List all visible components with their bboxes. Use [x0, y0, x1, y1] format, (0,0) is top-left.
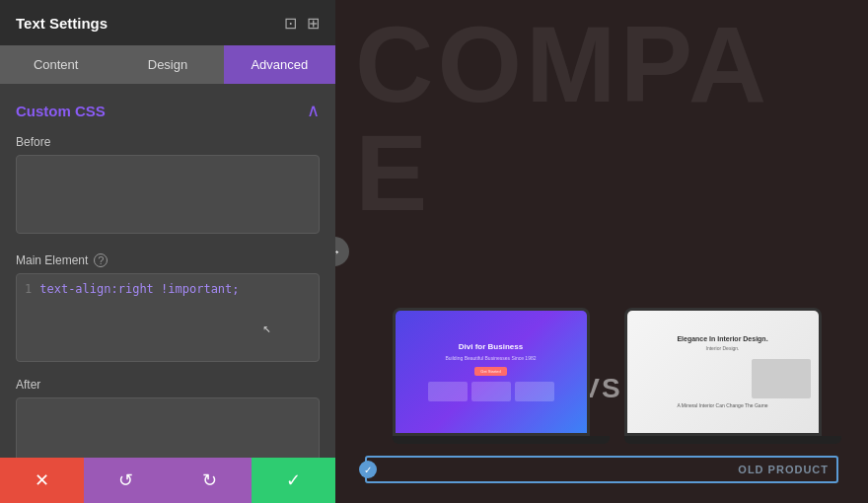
- css-section-title: Custom CSS: [16, 103, 106, 119]
- main-element-field-group: Main Element ? 1text-align:right !import…: [16, 253, 320, 362]
- before-field-group: Before: [16, 135, 320, 238]
- before-textarea[interactable]: [16, 155, 320, 234]
- old-product-label: OLD PRODUCT: [738, 464, 836, 475]
- after-textarea[interactable]: [16, 397, 320, 458]
- save-button[interactable]: ✓: [252, 458, 335, 503]
- line-number: 1: [25, 282, 32, 296]
- main-element-label: Main Element ?: [16, 253, 320, 267]
- help-icon[interactable]: ?: [94, 253, 108, 267]
- left-laptop-subtitle: Building Beautiful Businesses Since 1982: [445, 355, 536, 361]
- cursor-icon: ↖: [263, 320, 271, 335]
- tab-design[interactable]: Design: [111, 45, 223, 84]
- right-laptop-caption: A Mineral Interior Can Change The Game: [677, 402, 767, 408]
- laptops-area: Divi for Business Building Beautiful Bus…: [385, 308, 848, 444]
- css-section-heading: Custom CSS ∧: [16, 100, 320, 121]
- bottom-toolbar: ✕ ↺ ↻ ✓: [0, 458, 335, 503]
- right-screen-content: Elegance In Interior Design. Interior De…: [627, 311, 819, 433]
- left-screen-button: Get Started: [474, 367, 506, 376]
- bg-text-row2: E: [355, 118, 431, 227]
- panel-title: Text Settings: [16, 15, 108, 32]
- right-laptop: Elegance In Interior Design. Interior De…: [624, 308, 841, 444]
- feature-3: [515, 382, 554, 401]
- settings-panel: Text Settings ⊡ ⊞ Content Design Advance…: [0, 0, 335, 503]
- right-laptop-screen: Elegance In Interior Design. Interior De…: [624, 308, 822, 436]
- panel-body: Custom CSS ∧ Before Main Element ? 1text…: [0, 84, 335, 458]
- after-field-group: After: [16, 378, 320, 458]
- css-code: text-align:right !important;: [39, 282, 239, 296]
- left-laptop: Divi for Business Building Beautiful Bus…: [393, 308, 610, 444]
- before-label: Before: [16, 135, 320, 149]
- tab-content[interactable]: Content: [0, 45, 111, 84]
- left-screen-content: Divi for Business Building Beautiful Bus…: [396, 311, 587, 433]
- feature-2: [471, 382, 511, 401]
- feature-1: [428, 382, 468, 401]
- collapse-icon[interactable]: ∧: [307, 100, 320, 121]
- right-laptop-image: [752, 359, 811, 398]
- checkmark-icon: ✓: [359, 461, 377, 478]
- left-laptop-screen: Divi for Business Building Beautiful Bus…: [393, 308, 590, 436]
- main-element-codebox[interactable]: 1text-align:right !important; ↖: [16, 273, 320, 362]
- left-laptop-title: Divi for Business: [459, 342, 523, 351]
- bg-text-row1: COMPA: [355, 10, 770, 118]
- undo-button[interactable]: ↺: [84, 458, 168, 503]
- minimize-icon[interactable]: ⊡: [284, 14, 297, 33]
- bottom-comparison-bar: ✓ OLD PRODUCT: [365, 456, 838, 483]
- redo-button[interactable]: ↻: [168, 458, 252, 503]
- preview-panel: COMPA E ↔ VS Divi for Business Building …: [335, 0, 868, 503]
- left-laptop-base: [393, 436, 610, 444]
- panel-header: Text Settings ⊡ ⊞: [0, 0, 335, 45]
- tab-bar: Content Design Advanced: [0, 45, 335, 84]
- after-label: After: [16, 378, 320, 392]
- right-laptop-subtitle: Interior Design.: [706, 345, 740, 351]
- tab-advanced[interactable]: Advanced: [224, 45, 335, 84]
- left-screen-features: [428, 382, 554, 401]
- right-laptop-base: [624, 436, 841, 444]
- header-icons: ⊡ ⊞: [284, 14, 320, 33]
- cancel-button[interactable]: ✕: [0, 458, 84, 503]
- right-laptop-title: Elegance In Interior Design.: [677, 335, 767, 342]
- expand-icon[interactable]: ⊞: [307, 14, 320, 33]
